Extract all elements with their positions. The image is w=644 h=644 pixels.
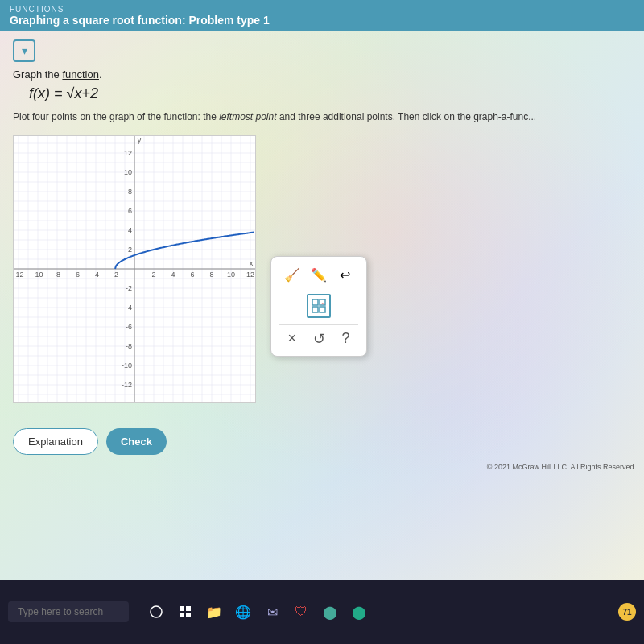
floating-toolbar: 🧹 ✏️ ↩ × bbox=[270, 256, 367, 357]
check-button[interactable]: Check bbox=[106, 428, 167, 455]
function-display: f(x) = √x+2 bbox=[29, 85, 631, 102]
svg-rect-3 bbox=[320, 307, 325, 312]
svg-point-5 bbox=[151, 606, 162, 617]
taskbar-shield-icon[interactable]: 🛡 bbox=[290, 601, 312, 623]
svg-text:×: × bbox=[321, 301, 324, 306]
x-symbol[interactable]: × bbox=[284, 328, 299, 349]
function-underline: function bbox=[62, 68, 99, 80]
grid-button[interactable]: × bbox=[307, 294, 331, 318]
page-title: Graphing a square root function: Problem… bbox=[10, 14, 634, 27]
header-bar: FUNCTIONS Graphing a square root functio… bbox=[0, 0, 644, 31]
instruction-text: Graph the function. bbox=[13, 68, 631, 80]
undo-symbol[interactable]: ↺ bbox=[310, 328, 328, 349]
svg-rect-2 bbox=[312, 307, 318, 312]
svg-rect-7 bbox=[186, 606, 191, 611]
clock-badge: 71 bbox=[618, 603, 636, 621]
toolbar-row-bottom: × ↺ ? bbox=[279, 328, 358, 349]
taskbar-right: 71 bbox=[618, 603, 636, 621]
curve-button[interactable]: ↩ bbox=[333, 263, 357, 287]
toolbar-row-middle: × bbox=[279, 294, 358, 318]
taskbar-windows-icon[interactable] bbox=[145, 601, 167, 623]
graph-canvas[interactable] bbox=[13, 135, 256, 402]
graph-container: 🧹 ✏️ ↩ × bbox=[13, 135, 256, 402]
search-input[interactable] bbox=[8, 601, 129, 622]
taskbar-edge-icon[interactable]: 🌐 bbox=[232, 601, 254, 623]
pencil-button[interactable]: ✏️ bbox=[307, 263, 331, 287]
eraser-button[interactable]: 🧹 bbox=[280, 263, 304, 287]
svg-rect-6 bbox=[180, 606, 184, 611]
svg-rect-9 bbox=[186, 613, 191, 617]
content-area: ▾ Graph the function. f(x) = √x+2 Plot f… bbox=[0, 31, 644, 414]
taskbar-grid-icon[interactable] bbox=[174, 601, 196, 623]
plot-instruction: Plot four points on the graph of the fun… bbox=[13, 110, 631, 124]
toolbar-row-top: 🧹 ✏️ ↩ bbox=[279, 263, 358, 287]
help-symbol[interactable]: ? bbox=[339, 328, 353, 349]
taskbar: 📁 🌐 ✉ 🛡 ⬤ ⬤ 71 bbox=[0, 580, 644, 644]
chevron-button[interactable]: ▾ bbox=[13, 39, 35, 62]
svg-rect-8 bbox=[180, 613, 184, 617]
taskbar-mail-icon[interactable]: ✉ bbox=[261, 601, 283, 623]
taskbar-icons: 📁 🌐 ✉ 🛡 ⬤ ⬤ bbox=[145, 601, 370, 623]
bottom-buttons: Explanation Check bbox=[13, 428, 167, 455]
copyright-text: © 2021 McGraw Hill LLC. All Rights Reser… bbox=[487, 463, 636, 471]
taskbar-folder-icon[interactable]: 📁 bbox=[203, 601, 225, 623]
taskbar-chrome-icon[interactable]: ⬤ bbox=[319, 601, 341, 623]
taskbar-app-icon[interactable]: ⬤ bbox=[348, 601, 370, 623]
toolbar-divider bbox=[279, 324, 358, 325]
category-label: FUNCTIONS bbox=[10, 5, 634, 14]
svg-rect-0 bbox=[312, 299, 318, 305]
explanation-button[interactable]: Explanation bbox=[13, 428, 98, 455]
